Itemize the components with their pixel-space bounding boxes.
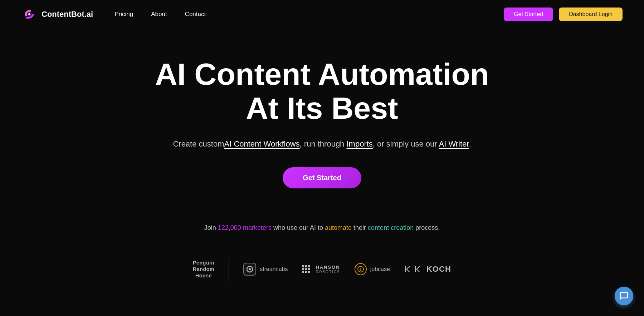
nav-link-about[interactable]: About [151, 11, 167, 18]
dashboard-login-button[interactable]: Dashboard Login [559, 8, 623, 21]
hero-link-writer[interactable]: AI Writer [439, 139, 469, 148]
social-highlight-automate: automate [325, 224, 352, 231]
social-text-2: who use our AI to [272, 224, 325, 231]
nav-links: Pricing About Contact [114, 11, 206, 18]
hanson-name: HANSON [316, 265, 340, 270]
jobcase-logo: j jobcase [355, 263, 390, 275]
social-highlight-marketers: 122,000 marketers [218, 224, 272, 231]
hero-subtitle-text2: , run through [300, 139, 345, 148]
koch-logo: KOCH [404, 265, 451, 274]
hero-subtitle: Create customAI Content Workflows, run t… [173, 138, 471, 150]
koch-icon [404, 265, 423, 273]
svg-point-3 [28, 13, 30, 15]
hero-link-imports[interactable]: Imports [346, 139, 372, 148]
svg-rect-10 [415, 266, 416, 272]
hanson-logo: HANSON ROBOTICS [302, 265, 340, 274]
nav-left: ContentBot.ai Pricing About Contact [21, 6, 206, 22]
jobcase-text: jobcase [370, 266, 390, 272]
nav-link-contact[interactable]: Contact [185, 11, 206, 18]
hero-subtitle-text4: . [469, 139, 471, 148]
hero-subtitle-text1: Create custom [173, 139, 224, 148]
svg-point-5 [249, 268, 251, 270]
svg-marker-11 [416, 266, 420, 272]
streamlabs-text: streamlabs [260, 266, 288, 272]
hanson-text-block: HANSON ROBOTICS [316, 265, 340, 274]
hero-link-workflows[interactable]: AI Content Workflows [224, 139, 299, 148]
hero-subtitle-text3: , or simply use our [373, 139, 437, 148]
social-text-3: their [352, 224, 368, 231]
social-proof: Join 122,000 marketers who use our AI to… [0, 210, 644, 239]
streamlabs-icon [243, 263, 256, 276]
jobcase-icon: j [355, 263, 367, 275]
hanson-grid-icon [302, 265, 310, 273]
get-started-hero-button[interactable]: Get Started [283, 167, 361, 188]
penguin-logo-text: Penguin Random House [193, 260, 214, 279]
get-started-nav-button[interactable]: Get Started [504, 8, 553, 21]
social-text-4: process. [414, 224, 440, 231]
logo-separator-1 [229, 257, 229, 282]
koch-text: KOCH [426, 265, 451, 274]
hero-title: AI Content Automation At Its Best [143, 57, 501, 125]
social-highlight-content: content creation [368, 224, 414, 231]
svg-rect-8 [405, 266, 406, 272]
svg-text:j: j [360, 267, 361, 271]
logo[interactable]: ContentBot.ai [21, 6, 93, 22]
social-text-1: Join [204, 224, 218, 231]
logos-section: Penguin Random House streamlabs HANSON R… [0, 239, 644, 296]
streamlabs-logo: streamlabs [243, 263, 288, 276]
navbar: ContentBot.ai Pricing About Contact Get … [0, 0, 644, 29]
logo-icon [21, 6, 37, 22]
nav-right: Get Started Dashboard Login [504, 8, 623, 21]
svg-marker-9 [406, 266, 410, 272]
chat-bubble-button[interactable] [615, 287, 633, 305]
logo-text: ContentBot.ai [42, 10, 93, 19]
nav-link-pricing[interactable]: Pricing [114, 11, 133, 18]
hero-section: AI Content Automation At Its Best Create… [0, 29, 644, 210]
penguin-logo: Penguin Random House [193, 260, 214, 279]
hanson-sub: ROBOTICS [316, 270, 340, 274]
